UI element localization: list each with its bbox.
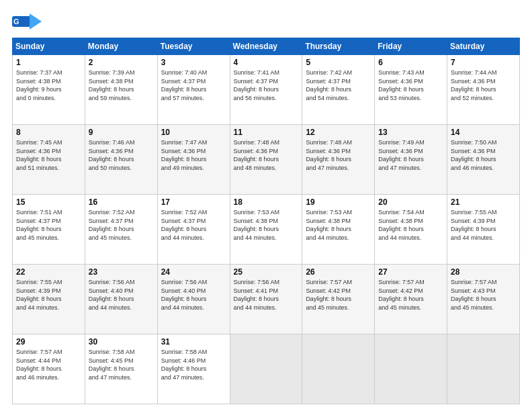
calendar-cell: 26Sunrise: 7:57 AM Sunset: 4:42 PM Dayli… — [302, 265, 375, 334]
day-info: Sunrise: 7:44 AM Sunset: 4:36 PM Dayligh… — [451, 68, 516, 102]
day-info: Sunrise: 7:46 AM Sunset: 4:36 PM Dayligh… — [89, 138, 154, 172]
day-number: 11 — [234, 128, 299, 137]
day-number: 20 — [378, 197, 443, 207]
day-info: Sunrise: 7:40 AM Sunset: 4:37 PM Dayligh… — [161, 68, 226, 102]
calendar-table: SundayMondayTuesdayWednesdayThursdayFrid… — [12, 38, 520, 404]
day-info: Sunrise: 7:45 AM Sunset: 4:36 PM Dayligh… — [16, 138, 81, 172]
week-row-2: 8Sunrise: 7:45 AM Sunset: 4:36 PM Daylig… — [13, 125, 520, 195]
day-info: Sunrise: 7:49 AM Sunset: 4:36 PM Dayligh… — [378, 138, 443, 172]
day-number: 4 — [234, 58, 299, 67]
weekday-header-wednesday: Wednesday — [230, 38, 302, 55]
calendar-cell — [447, 334, 520, 404]
weekday-header-saturday: Saturday — [447, 38, 520, 55]
weekday-header-tuesday: Tuesday — [157, 38, 230, 55]
calendar-cell: 19Sunrise: 7:53 AM Sunset: 4:38 PM Dayli… — [302, 195, 375, 265]
weekday-header-sunday: Sunday — [13, 38, 85, 55]
day-info: Sunrise: 7:47 AM Sunset: 4:36 PM Dayligh… — [161, 138, 226, 172]
calendar-cell: 9Sunrise: 7:46 AM Sunset: 4:36 PM Daylig… — [85, 125, 157, 195]
day-number: 5 — [306, 58, 371, 67]
logo: G — [12, 12, 44, 31]
day-info: Sunrise: 7:57 AM Sunset: 4:42 PM Dayligh… — [378, 278, 443, 312]
calendar-cell: 23Sunrise: 7:56 AM Sunset: 4:40 PM Dayli… — [85, 265, 157, 334]
week-row-1: 1Sunrise: 7:37 AM Sunset: 4:38 PM Daylig… — [13, 55, 520, 125]
calendar-cell: 21Sunrise: 7:55 AM Sunset: 4:39 PM Dayli… — [447, 195, 520, 265]
day-info: Sunrise: 7:58 AM Sunset: 4:45 PM Dayligh… — [89, 348, 154, 381]
day-number: 14 — [451, 128, 516, 137]
day-number: 16 — [89, 197, 154, 207]
calendar-cell: 2Sunrise: 7:39 AM Sunset: 4:38 PM Daylig… — [85, 55, 157, 125]
day-number: 17 — [161, 197, 226, 207]
svg-text:G: G — [13, 17, 19, 26]
day-info: Sunrise: 7:56 AM Sunset: 4:41 PM Dayligh… — [234, 278, 299, 312]
day-number: 6 — [378, 58, 443, 67]
day-number: 10 — [161, 128, 226, 137]
day-number: 8 — [16, 128, 81, 137]
day-number: 18 — [234, 197, 299, 207]
day-info: Sunrise: 7:48 AM Sunset: 4:36 PM Dayligh… — [306, 138, 371, 172]
calendar-cell: 31Sunrise: 7:58 AM Sunset: 4:46 PM Dayli… — [157, 334, 230, 404]
calendar-cell: 22Sunrise: 7:55 AM Sunset: 4:39 PM Dayli… — [13, 265, 85, 334]
calendar-cell: 1Sunrise: 7:37 AM Sunset: 4:38 PM Daylig… — [13, 55, 85, 125]
day-number: 29 — [16, 337, 81, 347]
day-number: 7 — [451, 58, 516, 67]
day-info: Sunrise: 7:51 AM Sunset: 4:37 PM Dayligh… — [16, 208, 81, 242]
day-number: 22 — [16, 267, 81, 277]
svg-marker-1 — [30, 13, 42, 30]
calendar-cell — [375, 334, 447, 404]
calendar-cell — [302, 334, 375, 404]
day-number: 13 — [378, 128, 443, 137]
day-number: 23 — [89, 267, 154, 277]
day-number: 24 — [161, 267, 226, 277]
week-row-5: 29Sunrise: 7:57 AM Sunset: 4:44 PM Dayli… — [13, 334, 520, 404]
calendar-cell: 16Sunrise: 7:52 AM Sunset: 4:37 PM Dayli… — [85, 195, 157, 265]
day-info: Sunrise: 7:52 AM Sunset: 4:37 PM Dayligh… — [161, 208, 226, 242]
day-info: Sunrise: 7:53 AM Sunset: 4:38 PM Dayligh… — [234, 208, 299, 242]
day-number: 21 — [451, 197, 516, 207]
day-info: Sunrise: 7:53 AM Sunset: 4:38 PM Dayligh… — [306, 208, 371, 242]
day-info: Sunrise: 7:54 AM Sunset: 4:38 PM Dayligh… — [378, 208, 443, 242]
weekday-header-row: SundayMondayTuesdayWednesdayThursdayFrid… — [13, 38, 520, 55]
day-number: 1 — [16, 58, 81, 67]
calendar-cell: 3Sunrise: 7:40 AM Sunset: 4:37 PM Daylig… — [157, 55, 230, 125]
day-number: 25 — [234, 267, 299, 277]
day-info: Sunrise: 7:41 AM Sunset: 4:37 PM Dayligh… — [234, 68, 299, 102]
day-number: 12 — [306, 128, 371, 137]
day-number: 27 — [378, 267, 443, 277]
calendar-cell: 7Sunrise: 7:44 AM Sunset: 4:36 PM Daylig… — [447, 55, 520, 125]
day-info: Sunrise: 7:42 AM Sunset: 4:37 PM Dayligh… — [306, 68, 371, 102]
day-number: 9 — [89, 128, 154, 137]
day-info: Sunrise: 7:56 AM Sunset: 4:40 PM Dayligh… — [161, 278, 226, 312]
day-number: 26 — [306, 267, 371, 277]
day-info: Sunrise: 7:57 AM Sunset: 4:43 PM Dayligh… — [451, 278, 516, 312]
calendar-cell: 24Sunrise: 7:56 AM Sunset: 4:40 PM Dayli… — [157, 265, 230, 334]
calendar-cell: 8Sunrise: 7:45 AM Sunset: 4:36 PM Daylig… — [13, 125, 85, 195]
calendar-cell: 11Sunrise: 7:48 AM Sunset: 4:36 PM Dayli… — [230, 125, 302, 195]
day-info: Sunrise: 7:57 AM Sunset: 4:44 PM Dayligh… — [16, 348, 81, 381]
weekday-header-monday: Monday — [85, 38, 157, 55]
week-row-4: 22Sunrise: 7:55 AM Sunset: 4:39 PM Dayli… — [13, 265, 520, 334]
day-info: Sunrise: 7:37 AM Sunset: 4:38 PM Dayligh… — [16, 68, 81, 102]
calendar-cell: 25Sunrise: 7:56 AM Sunset: 4:41 PM Dayli… — [230, 265, 302, 334]
calendar-cell: 12Sunrise: 7:48 AM Sunset: 4:36 PM Dayli… — [302, 125, 375, 195]
day-number: 2 — [89, 58, 154, 67]
day-info: Sunrise: 7:55 AM Sunset: 4:39 PM Dayligh… — [451, 208, 516, 242]
day-info: Sunrise: 7:52 AM Sunset: 4:37 PM Dayligh… — [89, 208, 154, 242]
weekday-header-friday: Friday — [375, 38, 447, 55]
calendar-cell: 5Sunrise: 7:42 AM Sunset: 4:37 PM Daylig… — [302, 55, 375, 125]
calendar-cell: 27Sunrise: 7:57 AM Sunset: 4:42 PM Dayli… — [375, 265, 447, 334]
calendar-cell: 15Sunrise: 7:51 AM Sunset: 4:37 PM Dayli… — [13, 195, 85, 265]
day-number: 19 — [306, 197, 371, 207]
day-number: 30 — [89, 337, 154, 347]
day-number: 15 — [16, 197, 81, 207]
calendar-cell: 20Sunrise: 7:54 AM Sunset: 4:38 PM Dayli… — [375, 195, 447, 265]
calendar-cell: 4Sunrise: 7:41 AM Sunset: 4:37 PM Daylig… — [230, 55, 302, 125]
day-info: Sunrise: 7:58 AM Sunset: 4:46 PM Dayligh… — [161, 348, 226, 381]
calendar-cell — [230, 334, 302, 404]
logo-icon: G — [12, 12, 42, 31]
calendar-cell: 18Sunrise: 7:53 AM Sunset: 4:38 PM Dayli… — [230, 195, 302, 265]
day-info: Sunrise: 7:48 AM Sunset: 4:36 PM Dayligh… — [234, 138, 299, 172]
day-number: 28 — [451, 267, 516, 277]
day-info: Sunrise: 7:50 AM Sunset: 4:36 PM Dayligh… — [451, 138, 516, 172]
header: G — [12, 12, 520, 31]
calendar-cell: 10Sunrise: 7:47 AM Sunset: 4:36 PM Dayli… — [157, 125, 230, 195]
